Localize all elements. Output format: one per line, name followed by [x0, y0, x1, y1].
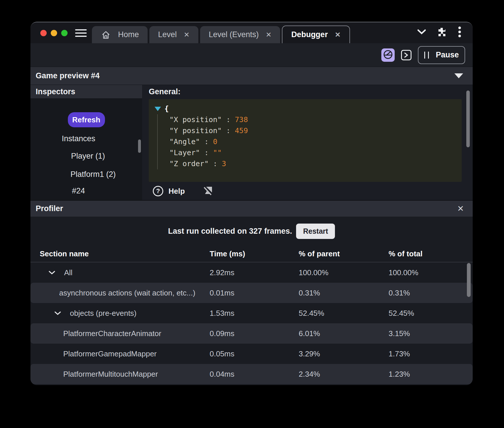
dropdown-triangle-icon[interactable]: [454, 73, 463, 78]
inspectors-tree: Refresh Instances Player (1) Platform1 (…: [30, 98, 142, 200]
column-header-parent: % of parent: [299, 249, 389, 258]
inspector-split: Inspectors Refresh Instances Player (1) …: [30, 85, 473, 200]
profiler-header: Profiler ✕: [30, 200, 473, 217]
section-name: PlatformerMultitouchMapper: [63, 370, 158, 379]
close-window-button[interactable]: [40, 30, 47, 36]
time-cell: 2.92ms: [210, 268, 299, 277]
time-cell: 0.09ms: [210, 329, 299, 338]
table-row[interactable]: PlatformerGamepadMapper 0.05ms 3.29% 1.7…: [30, 344, 473, 364]
close-icon[interactable]: ✕: [335, 31, 340, 38]
tab-label: Level (Events): [209, 30, 259, 39]
pause-button[interactable]: Pause: [418, 46, 465, 64]
table-row[interactable]: PlatformerCharacterAnimator 0.09ms 6.01%…: [30, 323, 473, 344]
inspectors-scrollbar[interactable]: [138, 139, 141, 153]
help-row: ? Help: [149, 185, 473, 197]
tab-label: Home: [118, 30, 139, 39]
tree-item-instances[interactable]: Instances: [62, 134, 95, 143]
menu-icon[interactable]: [75, 29, 87, 37]
collapse-triangle-icon[interactable]: [155, 107, 161, 111]
tree-item-24[interactable]: #24: [72, 186, 85, 195]
close-icon[interactable]: ✕: [184, 31, 190, 38]
collect-status-text: Last run collected on 327 frames.: [168, 227, 292, 236]
total-cell: 1.23%: [389, 370, 473, 379]
help-label[interactable]: Help: [168, 187, 185, 196]
home-icon: [101, 30, 111, 40]
close-icon[interactable]: ✕: [457, 205, 464, 213]
pause-icon: [424, 52, 429, 59]
game-preview-header[interactable]: Game preview #4: [30, 67, 473, 85]
general-scrollbar[interactable]: [466, 90, 470, 147]
section-name: objects (pre-events): [70, 309, 137, 318]
tab-strip: Home Level ✕ Level (Events) ✕ Debugger ✕: [92, 22, 350, 43]
minimize-window-button[interactable]: [51, 30, 57, 36]
debugger-window: Home Level ✕ Level (Events) ✕ Debugger ✕: [30, 22, 473, 385]
inspectors-panel: Inspectors Refresh Instances Player (1) …: [30, 85, 142, 200]
section-name: All: [64, 268, 72, 277]
total-cell: 0.31%: [389, 289, 473, 298]
profiler-table: Section name Time (ms) % of parent % of …: [30, 246, 473, 385]
column-header-total: % of total: [389, 249, 473, 258]
chevron-down-icon[interactable]: [54, 311, 61, 315]
refresh-button[interactable]: Refresh: [68, 112, 105, 127]
section-name: asynchronous actions (wait action, etc..…: [59, 289, 195, 298]
profiler-scrollbar[interactable]: [467, 263, 471, 297]
tab-label: Level: [158, 30, 177, 39]
inspectors-title: Inspectors: [36, 87, 75, 96]
table-row[interactable]: All 2.92ms 100.00% 100.00%: [30, 262, 473, 283]
tab-level-events[interactable]: Level (Events) ✕: [200, 26, 280, 43]
table-row[interactable]: asynchronous actions (wait action, etc..…: [30, 283, 473, 303]
section-name: PlatformerGamepadMapper: [63, 349, 157, 358]
time-cell: 1.53ms: [210, 309, 299, 318]
tree-item-platform1[interactable]: Platform1 (2): [70, 170, 116, 179]
chevron-down-icon[interactable]: [417, 29, 426, 35]
profiler-gauge-button[interactable]: [381, 48, 395, 62]
chevron-right-icon: [403, 52, 409, 58]
help-icon[interactable]: ?: [153, 186, 163, 196]
chevron-down-icon[interactable]: [48, 271, 55, 275]
general-panel: General: { "X position" : 738 "Y positio…: [142, 85, 473, 200]
inspectors-header: Inspectors: [30, 85, 142, 98]
maximize-window-button[interactable]: [61, 30, 68, 36]
parent-cell: 3.29%: [299, 349, 389, 358]
profiler-title: Profiler: [36, 204, 63, 213]
close-icon[interactable]: ✕: [266, 31, 271, 38]
column-header-section: Section name: [40, 249, 210, 258]
parent-cell: 2.34%: [299, 370, 389, 379]
tab-debugger[interactable]: Debugger ✕: [282, 26, 350, 43]
total-cell: 1.73%: [389, 349, 473, 358]
kebab-menu-icon[interactable]: [458, 26, 461, 37]
console-button[interactable]: [401, 50, 411, 60]
table-header-row: Section name Time (ms) % of parent % of …: [30, 246, 473, 262]
pin-off-icon[interactable]: [202, 185, 214, 197]
json-line: "X position" : 738: [169, 114, 456, 125]
section-name: PlatformerCharacterAnimator: [63, 329, 161, 338]
titlebar-actions: [417, 26, 473, 43]
total-cell: 52.45%: [389, 309, 473, 318]
parent-cell: 6.01%: [299, 329, 389, 338]
column-header-time: Time (ms): [210, 249, 299, 258]
json-line: "Layer" : "": [169, 147, 456, 158]
debugger-toolbar: Pause: [30, 43, 473, 67]
title-bar: Home Level ✕ Level (Events) ✕ Debugger ✕: [30, 22, 473, 43]
tab-label: Debugger: [291, 30, 328, 39]
total-cell: 100.00%: [389, 268, 473, 277]
restart-button[interactable]: Restart: [296, 224, 335, 239]
parent-cell: 0.31%: [299, 289, 389, 298]
tree-item-player[interactable]: Player (1): [71, 152, 105, 161]
tab-level[interactable]: Level ✕: [149, 26, 198, 43]
parent-cell: 52.45%: [299, 309, 389, 318]
parent-cell: 100.00%: [299, 268, 389, 277]
time-cell: 0.01ms: [210, 289, 299, 298]
game-preview-title: Game preview #4: [36, 71, 100, 80]
json-viewer: { "X position" : 738 "Y position" : 459 …: [149, 99, 462, 182]
table-row[interactable]: PlatformerMultitouchMapper 0.04ms 2.34% …: [30, 364, 473, 384]
json-line: "Z order" : 3: [169, 158, 456, 169]
extensions-puzzle-icon[interactable]: [437, 27, 447, 37]
general-label: General:: [149, 87, 473, 96]
tab-home[interactable]: Home: [92, 26, 148, 43]
pause-label: Pause: [436, 50, 459, 59]
table-row[interactable]: objects (pre-events) 1.53ms 52.45% 52.45…: [30, 303, 473, 323]
profiler-body: Last run collected on 327 frames. Restar…: [30, 217, 473, 385]
traffic-lights: [30, 30, 68, 43]
json-line: "Y position" : 459: [169, 125, 456, 136]
